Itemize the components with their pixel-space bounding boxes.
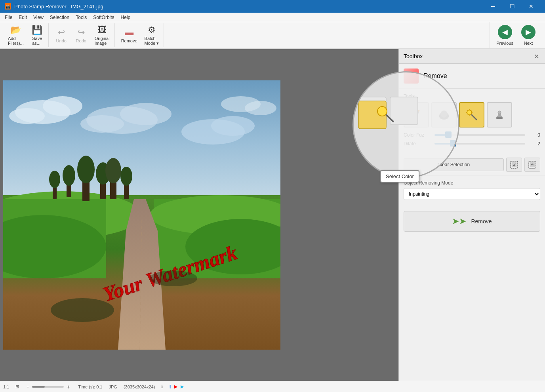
action-row: Clear Selection — [399, 154, 545, 175]
save-selection-button[interactable] — [506, 158, 522, 172]
remove-icon: ▬ — [125, 27, 133, 38]
previous-circle: ◀ — [498, 25, 512, 39]
youtube-icon[interactable]: ▶ — [174, 384, 177, 389]
save-selection-icon — [510, 160, 518, 169]
menu-tools[interactable]: Tools — [72, 14, 90, 21]
minimize-button[interactable]: ─ — [484, 0, 502, 13]
maximize-button[interactable]: ☐ — [503, 0, 521, 13]
svg-point-33 — [51, 298, 114, 322]
run-remove-button[interactable]: ➤➤ Remove — [404, 211, 540, 232]
image-container: Your Watermark — [0, 49, 398, 381]
svg-line-42 — [472, 115, 476, 120]
menu-edit[interactable]: Edit — [15, 14, 30, 21]
dimensions-label: (3035x3024x24) — [124, 384, 155, 389]
add-files-icon: 📂 — [10, 25, 21, 35]
batch-mode-icon: ⚙ — [148, 25, 156, 35]
time-label: Time (s): 0.1 — [78, 384, 102, 389]
dilate-thumb[interactable] — [450, 140, 456, 147]
tools-section: Tools — [399, 89, 545, 154]
magic-wand-icon — [465, 108, 478, 121]
pencil-tool-button[interactable] — [404, 102, 429, 127]
magic-wand-tool-button[interactable] — [459, 102, 484, 127]
select-color-tooltip: Select Color — [380, 170, 419, 183]
next-button[interactable]: ▶ Next — [518, 23, 539, 47]
color-fuz-track[interactable] — [434, 134, 525, 136]
zoom-level: 1:1 — [3, 384, 9, 389]
save-as-button[interactable]: 💾 Saveas... — [28, 24, 47, 46]
menu-softorbits[interactable]: SoftOrbits — [90, 14, 117, 21]
redo-label: Redo — [76, 38, 86, 43]
add-files-button[interactable]: 📂 AddFile(s)... — [5, 24, 27, 46]
previous-button[interactable]: ◀ Previous — [493, 23, 516, 47]
mode-select[interactable]: Inpainting Blur Content-Aware Fill — [404, 188, 540, 200]
time-info: Time (s): 0.1 — [78, 384, 102, 389]
load-selection-button[interactable] — [524, 158, 540, 172]
social-buttons: f ▶ ▶ — [169, 384, 183, 390]
svg-point-27 — [120, 167, 132, 186]
zoom-in-button[interactable]: + — [65, 384, 72, 390]
mode-section: Object Removing Mode Inpainting Blur Con… — [399, 175, 545, 205]
zoom-controls[interactable]: - + — [25, 384, 72, 390]
dilate-track[interactable] — [434, 143, 525, 145]
photo-canvas[interactable]: Your Watermark — [3, 80, 280, 350]
batch-mode-button[interactable]: ⚙ BatchMode ▾ — [141, 24, 162, 46]
menu-file[interactable]: File — [2, 14, 15, 21]
undo-label: Undo — [56, 38, 67, 43]
app-icon: 📷 — [5, 3, 11, 10]
menu-view[interactable]: View — [30, 14, 47, 21]
zoom-slider[interactable] — [32, 386, 64, 388]
next-circle: ▶ — [521, 25, 535, 39]
magic-select-tool-button[interactable] — [431, 102, 457, 127]
color-fuz-thumb[interactable] — [445, 131, 452, 138]
color-fuz-value: 0 — [528, 132, 540, 138]
remove-button[interactable]: ▬ Remove — [118, 24, 141, 46]
dimensions-info: (3035x3024x24) — [124, 384, 155, 389]
menu-bar: File Edit View Selection Tools SoftOrbit… — [0, 13, 545, 22]
info-button[interactable]: ℹ — [161, 384, 163, 389]
original-image-button[interactable]: 🖼 OriginalImage — [91, 24, 113, 46]
close-button[interactable]: ✕ — [522, 0, 540, 13]
svg-point-8 — [211, 116, 255, 136]
toolbar-action-group: ▬ Remove ⚙ BatchMode ▾ — [116, 23, 164, 47]
menu-selection[interactable]: Selection — [47, 14, 72, 21]
remove-label: Remove — [121, 38, 137, 43]
nav-buttons: ◀ Previous ▶ Next — [490, 22, 542, 49]
pencil-icon — [410, 108, 423, 121]
title-bar-left: 📷 Photo Stamp Remover - IMG_2141.jpg — [5, 3, 103, 10]
svg-point-52 — [498, 111, 501, 114]
svg-rect-55 — [512, 162, 516, 167]
svg-point-34 — [150, 270, 197, 286]
undo-icon: ↩ — [58, 27, 65, 38]
vimeo-icon[interactable]: ▶ — [181, 384, 184, 389]
svg-point-5 — [120, 103, 172, 125]
main-area: Your Watermark Toolbox ✕ Remove Tools — [0, 49, 545, 381]
dilate-label: Dilate — [404, 141, 431, 147]
zoom-out-button[interactable]: - — [25, 384, 30, 390]
menu-help[interactable]: Help — [118, 14, 134, 21]
landscape-image: Your Watermark — [3, 80, 280, 350]
svg-point-21 — [77, 156, 95, 183]
info-icon: ℹ — [161, 384, 163, 389]
toolbox-close-button[interactable]: ✕ — [532, 52, 540, 60]
image-area[interactable]: Your Watermark — [0, 49, 398, 381]
toolbar-file-group: 📂 AddFile(s)... 💾 Saveas... — [3, 23, 49, 47]
stamp-tool-button[interactable] — [487, 102, 512, 127]
title-bar: 📷 Photo Stamp Remover - IMG_2141.jpg ─ ☐… — [0, 0, 545, 13]
batch-mode-label: BatchMode ▾ — [145, 36, 159, 46]
facebook-icon[interactable]: f — [169, 384, 171, 390]
zoom-icon: ⊞ — [15, 384, 19, 389]
clear-selection-button[interactable]: Clear Selection — [404, 158, 504, 171]
save-as-label: Saveas... — [32, 36, 42, 46]
redo-button[interactable]: ↪ Redo — [72, 24, 91, 46]
svg-point-31 — [49, 171, 60, 188]
next-label: Next — [524, 41, 533, 46]
window-title: Photo Stamp Remover - IMG_2141.jpg — [14, 4, 103, 10]
remove-btn-row: ➤➤ Remove — [399, 205, 545, 238]
toolbar-edit-group: ↩ Undo ↪ Redo 🖼 OriginalImage — [50, 23, 115, 47]
color-fuz-row: Color Fuz 0 — [404, 132, 540, 138]
previous-label: Previous — [496, 41, 513, 46]
undo-button[interactable]: ↩ Undo — [52, 24, 71, 46]
zoom-icon-container: ⊞ — [15, 384, 19, 389]
svg-point-29 — [63, 165, 75, 186]
svg-point-10 — [245, 101, 276, 115]
